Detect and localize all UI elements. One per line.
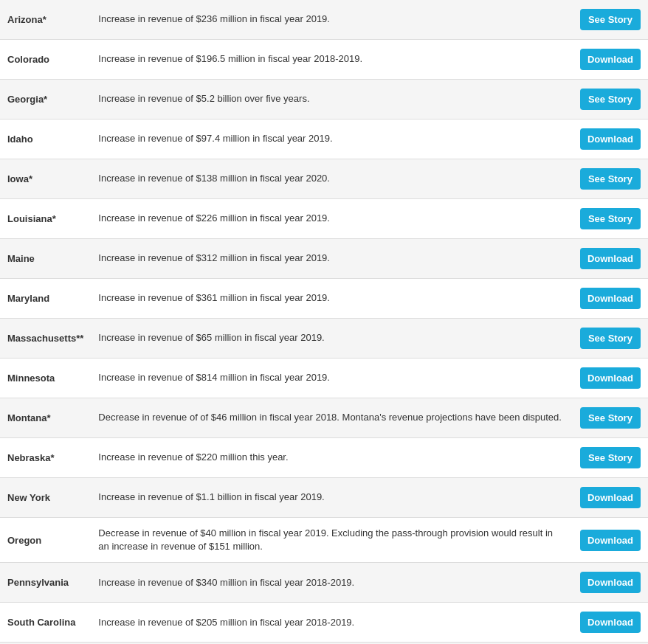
description-cell: Increase in revenue of $236 million in f… <box>91 0 573 40</box>
action-cell: See Story <box>573 398 648 438</box>
description-cell: Increase in revenue of $97.4 million in … <box>91 120 573 159</box>
download-button[interactable]: Download <box>580 288 641 309</box>
table-row: Arizona*Increase in revenue of $236 mill… <box>0 0 648 40</box>
action-cell: Download <box>573 359 648 398</box>
download-button[interactable]: Download <box>580 612 641 633</box>
action-cell: Download <box>573 120 648 159</box>
table-row: ColoradoIncrease in revenue of $196.5 mi… <box>0 40 648 80</box>
table-row: MaineIncrease in revenue of $312 million… <box>0 239 648 279</box>
state-cell: Maine <box>0 239 91 279</box>
description-cell: Increase in revenue of $312 million in f… <box>91 239 573 279</box>
see-story-button[interactable]: See Story <box>580 447 641 468</box>
download-button[interactable]: Download <box>580 248 641 269</box>
table-row: Georgia*Increase in revenue of $5.2 bill… <box>0 80 648 120</box>
see-story-button[interactable]: See Story <box>580 89 641 110</box>
revenue-table: Arizona*Increase in revenue of $236 mill… <box>0 0 648 644</box>
description-cell: Decrease in revenue of of $46 million in… <box>91 398 573 438</box>
table-row: PennsylvaniaIncrease in revenue of $340 … <box>0 563 648 603</box>
action-cell: See Story <box>573 80 648 120</box>
action-cell: See Story <box>573 199 648 239</box>
description-cell: Increase in revenue of $138 million in f… <box>91 159 573 199</box>
description-cell: Decrease in revenue of $40 million in fi… <box>91 518 573 563</box>
table-row: OregonDecrease in revenue of $40 million… <box>0 518 648 563</box>
description-cell: Increase in revenue of $5.2 billion over… <box>91 80 573 120</box>
description-cell: Increase in revenue of $65 million in fi… <box>91 319 573 359</box>
action-cell: Download <box>573 279 648 319</box>
download-button[interactable]: Download <box>580 128 641 150</box>
action-cell: See Story <box>573 319 648 359</box>
state-cell: South Carolina <box>0 603 91 643</box>
action-cell: Download <box>573 239 648 279</box>
description-cell: Increase in revenue of $814 million in f… <box>91 359 573 398</box>
description-cell: Increase in revenue of $196.5 million in… <box>91 40 573 80</box>
state-cell: Massachusetts** <box>0 319 91 359</box>
action-cell: Download <box>573 563 648 603</box>
state-cell: Maryland <box>0 279 91 319</box>
state-cell: Pennsylvania <box>0 563 91 603</box>
action-cell: See Story <box>573 159 648 199</box>
description-cell: Increase in revenue of $205 million in f… <box>91 603 573 643</box>
action-cell: See Story <box>573 438 648 478</box>
action-cell: Download <box>573 478 648 518</box>
table-row: Iowa*Increase in revenue of $138 million… <box>0 159 648 199</box>
table-row: New YorkIncrease in revenue of $1.1 bill… <box>0 478 648 518</box>
description-cell: Increase in revenue of $226 million in f… <box>91 199 573 239</box>
description-cell: Increase in revenue of $361 million in f… <box>91 279 573 319</box>
state-cell: Nebraska* <box>0 438 91 478</box>
state-cell: Georgia* <box>0 80 91 120</box>
action-cell: See Story <box>573 0 648 40</box>
see-story-button[interactable]: See Story <box>580 328 641 349</box>
table-row: Nebraska*Increase in revenue of $220 mil… <box>0 438 648 478</box>
description-cell: Increase in revenue of $340 million in f… <box>91 563 573 603</box>
state-cell: Arizona* <box>0 0 91 40</box>
state-cell: Montana* <box>0 398 91 438</box>
action-cell: Download <box>573 518 648 563</box>
download-button[interactable]: Download <box>580 530 641 551</box>
table-row: MarylandIncrease in revenue of $361 mill… <box>0 279 648 319</box>
download-button[interactable]: Download <box>580 367 641 389</box>
action-cell: Download <box>573 40 648 80</box>
state-cell: Minnesota <box>0 359 91 398</box>
see-story-button[interactable]: See Story <box>580 208 641 229</box>
download-button[interactable]: Download <box>580 49 641 70</box>
table-row: Montana*Decrease in revenue of of $46 mi… <box>0 398 648 438</box>
state-cell: Idaho <box>0 120 91 159</box>
description-cell: Increase in revenue of $220 million this… <box>91 438 573 478</box>
state-cell: Iowa* <box>0 159 91 199</box>
see-story-button[interactable]: See Story <box>580 9 641 30</box>
action-cell: Download <box>573 603 648 643</box>
state-cell: Louisiana* <box>0 199 91 239</box>
state-cell: Colorado <box>0 40 91 80</box>
state-cell: New York <box>0 478 91 518</box>
see-story-button[interactable]: See Story <box>580 168 641 190</box>
table-row: IdahoIncrease in revenue of $97.4 millio… <box>0 120 648 159</box>
description-cell: Increase in revenue of $1.1 billion in f… <box>91 478 573 518</box>
see-story-button[interactable]: See Story <box>580 407 641 429</box>
download-button[interactable]: Download <box>580 487 641 508</box>
state-cell: Oregon <box>0 518 91 563</box>
table-row: South CarolinaIncrease in revenue of $20… <box>0 603 648 643</box>
table-row: Louisiana*Increase in revenue of $226 mi… <box>0 199 648 239</box>
download-button[interactable]: Download <box>580 572 641 593</box>
table-row: Massachusetts**Increase in revenue of $6… <box>0 319 648 359</box>
table-row: MinnesotaIncrease in revenue of $814 mil… <box>0 359 648 398</box>
